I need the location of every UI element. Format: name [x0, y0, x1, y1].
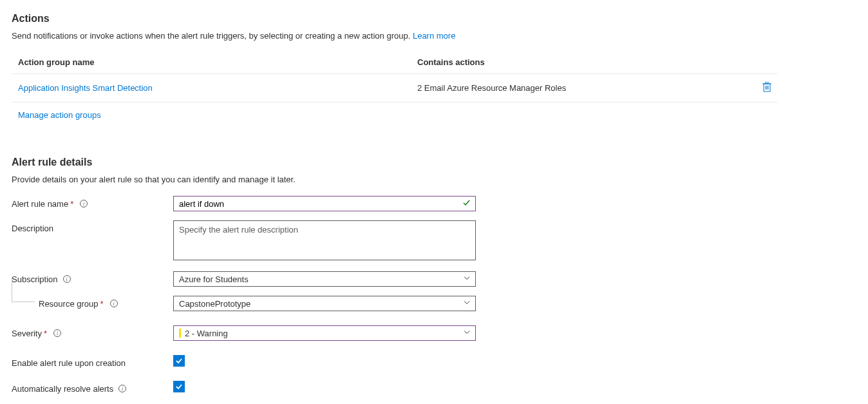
enable-checkbox[interactable]: [173, 355, 185, 367]
column-header-contains: Contains actions: [411, 52, 746, 74]
enable-on-creation-label: Enable alert rule upon creation: [12, 355, 173, 370]
auto-resolve-label: Automatically resolve alerts i: [12, 381, 173, 396]
subscription-select[interactable]: Azure for Students: [173, 271, 476, 287]
description-textarea[interactable]: [173, 220, 476, 260]
info-icon[interactable]: i: [53, 329, 61, 337]
actions-heading: Actions: [12, 13, 856, 24]
action-group-link[interactable]: Application Insights Smart Detection: [18, 83, 153, 93]
description-label: Description: [12, 220, 173, 236]
info-icon[interactable]: i: [118, 385, 126, 392]
check-icon: [462, 198, 471, 209]
alert-name-label: Alert rule name * i: [12, 196, 173, 211]
learn-more-link[interactable]: Learn more: [413, 31, 455, 41]
table-row: Application Insights Smart Detection 2 E…: [12, 74, 778, 102]
action-group-table: Action group name Contains actions Appli…: [12, 52, 778, 102]
severity-color-indicator: [179, 329, 181, 338]
details-description: Provide details on your alert rule so th…: [12, 175, 856, 184]
svg-rect-5: [766, 82, 768, 84]
manage-action-groups-link[interactable]: Manage action groups: [12, 102, 108, 128]
resource-group-select[interactable]: CapstonePrototype: [173, 296, 476, 311]
details-heading: Alert rule details: [12, 157, 856, 168]
auto-resolve-checkbox[interactable]: [173, 381, 185, 392]
info-icon[interactable]: i: [63, 275, 71, 283]
column-header-name: Action group name: [12, 52, 411, 74]
action-group-contains: 2 Email Azure Resource Manager Roles: [411, 74, 746, 102]
trash-icon[interactable]: [762, 82, 771, 92]
subscription-label: Subscription i: [12, 271, 173, 287]
info-icon[interactable]: i: [80, 200, 88, 207]
info-icon[interactable]: i: [110, 300, 118, 307]
actions-description: Send notifications or invoke actions whe…: [12, 31, 856, 41]
resource-group-label: Resource group * i: [12, 296, 173, 311]
severity-select[interactable]: 2 - Warning: [173, 325, 476, 341]
alert-name-input[interactable]: [173, 196, 476, 211]
severity-label: Severity * i: [12, 325, 173, 341]
